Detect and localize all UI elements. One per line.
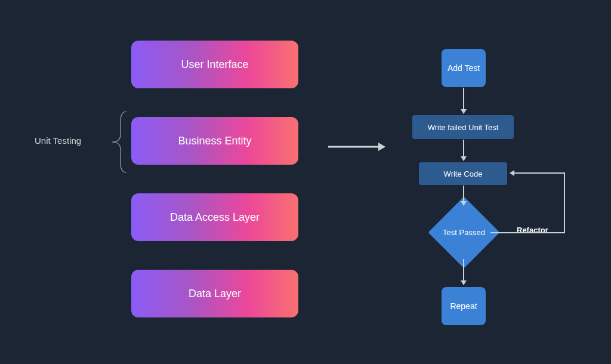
svg-marker-3 [461,109,467,114]
layer-label: Business Entity [178,135,251,147]
layer-data: Data Layer [131,270,298,317]
flow-test-passed: Test Passed [439,207,489,258]
arrow-down-icon [459,88,468,115]
flow-label: Repeat [450,301,477,311]
brace-icon [109,110,130,174]
svg-marker-9 [461,280,467,285]
layer-label: Data Layer [189,288,241,300]
refactor-label: Refactor [517,226,548,235]
svg-marker-5 [461,156,467,161]
arrow-right-icon [328,141,385,153]
flow-write-failed: Write failed Unit Test [412,115,514,139]
svg-marker-1 [378,143,385,151]
layer-data-access: Data Access Layer [131,193,298,241]
flow-repeat: Repeat [442,287,486,325]
flow-label: Write failed Unit Test [428,123,499,132]
flow-write-code: Write Code [419,162,507,185]
svg-marker-10 [510,170,514,176]
layer-business-entity: Business Entity [131,117,298,165]
flow-label: Write Code [444,169,483,178]
arrow-down-icon [459,140,468,162]
layer-label: User Interface [181,58,248,71]
flow-label: Test Passed [437,227,491,237]
flow-label: Add Test [448,63,480,73]
layer-label: Data Access Layer [170,211,260,224]
layer-user-interface: User Interface [131,41,298,88]
unit-testing-label: Unit Testing [35,135,81,146]
flow-add-test: Add Test [442,49,486,87]
